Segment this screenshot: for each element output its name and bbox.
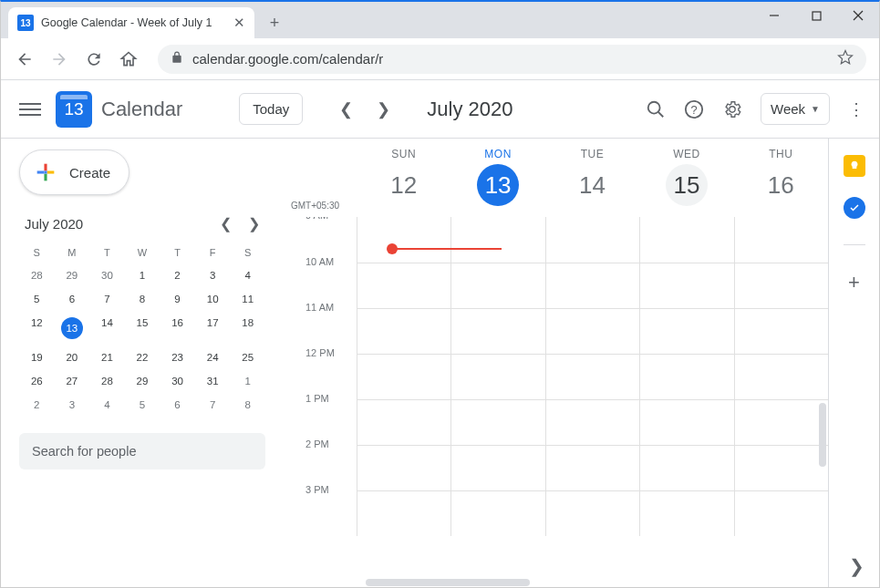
lock-icon (171, 51, 183, 67)
mini-cal-day[interactable]: 29 (125, 369, 160, 393)
mini-cal-day[interactable]: 12 (19, 311, 55, 346)
tab-close-icon[interactable]: ✕ (233, 15, 245, 31)
mini-cal-day[interactable]: 10 (195, 287, 231, 311)
mini-cal-day[interactable]: 18 (230, 311, 265, 346)
mini-cal-day[interactable]: 4 (89, 393, 125, 417)
mini-cal-day[interactable]: 8 (125, 287, 160, 311)
add-addon-button[interactable]: + (848, 271, 860, 294)
svg-text:?: ? (690, 102, 697, 116)
mini-cal-dow: W (125, 242, 160, 263)
day-of-week-label: TUE (545, 148, 639, 160)
mini-cal-day[interactable]: 22 (125, 346, 160, 369)
vertical-scrollbar[interactable] (819, 403, 826, 467)
day-number: 13 (477, 164, 519, 206)
mini-cal-day[interactable]: 3 (55, 393, 90, 417)
mini-cal-dow: M (55, 242, 90, 263)
mini-cal-day[interactable]: 7 (89, 287, 125, 311)
mini-cal-day[interactable]: 7 (195, 393, 231, 417)
hour-row[interactable]: 11 AM (357, 308, 828, 354)
forward-button[interactable] (48, 48, 70, 70)
view-switcher[interactable]: Week ▼ (761, 93, 830, 125)
day-header[interactable]: THU16 (734, 139, 828, 221)
mini-cal-day[interactable]: 31 (195, 369, 231, 393)
mini-cal-day[interactable]: 3 (195, 263, 231, 287)
mini-cal-dow: S (19, 242, 55, 263)
day-header[interactable]: SUN12 (357, 139, 450, 221)
back-button[interactable] (14, 48, 36, 70)
window-maximize-button[interactable] (795, 2, 837, 29)
hour-row[interactable]: 2 PM (357, 445, 828, 490)
hour-label: 10 AM (305, 256, 334, 267)
tasks-icon[interactable] (844, 197, 865, 219)
mini-cal-day[interactable]: 30 (89, 263, 125, 287)
mini-cal-day[interactable]: 20 (55, 346, 90, 369)
side-panel-toggle[interactable]: ❯ (849, 555, 864, 577)
hour-row[interactable]: 12 PM (357, 354, 828, 399)
mini-cal-day[interactable]: 25 (230, 346, 265, 369)
mini-cal-day[interactable]: 2 (160, 263, 195, 287)
mini-cal-day[interactable]: 29 (55, 263, 90, 287)
day-number: 16 (760, 164, 802, 206)
app-logo[interactable]: 13 Calendar (56, 91, 182, 128)
prev-period-button[interactable]: ❮ (336, 96, 357, 123)
create-button[interactable]: Create (19, 150, 129, 195)
today-button[interactable]: Today (239, 93, 303, 125)
reload-button[interactable] (83, 48, 105, 70)
mini-cal-day[interactable]: 21 (89, 346, 125, 369)
mini-cal-day[interactable]: 6 (55, 287, 90, 311)
side-panel-divider (844, 244, 865, 245)
next-period-button[interactable]: ❯ (373, 96, 394, 123)
mini-cal-day[interactable]: 24 (195, 346, 231, 369)
google-apps-button[interactable]: ⋮ (848, 99, 864, 119)
mini-cal-day[interactable]: 30 (160, 369, 195, 393)
hour-row[interactable]: 1 PM (357, 399, 828, 445)
hour-row[interactable]: 3 PM (357, 490, 828, 536)
side-panel: + ❯ (828, 139, 879, 588)
browser-tab[interactable]: 13 Google Calendar - Week of July 1 ✕ (8, 7, 254, 38)
horizontal-scrollbar[interactable] (366, 579, 530, 586)
window-minimize-button[interactable] (753, 2, 795, 29)
dropdown-caret-icon: ▼ (811, 104, 820, 114)
mini-cal-day[interactable]: 27 (55, 369, 90, 393)
mini-cal-day[interactable]: 5 (125, 393, 160, 417)
search-people-input[interactable]: Search for people (19, 433, 265, 469)
mini-cal-day[interactable]: 8 (230, 393, 265, 417)
mini-cal-day[interactable]: 5 (19, 287, 55, 311)
hour-row[interactable]: 9 AM (357, 217, 828, 263)
mini-cal-day[interactable]: 9 (160, 287, 195, 311)
keep-icon[interactable] (844, 155, 865, 177)
settings-button[interactable] (722, 99, 742, 119)
mini-cal-day[interactable]: 16 (160, 311, 195, 346)
mini-cal-day[interactable]: 1 (125, 263, 160, 287)
mini-cal-prev[interactable]: ❮ (220, 215, 232, 232)
mini-cal-day[interactable]: 13 (55, 311, 90, 346)
mini-cal-day[interactable]: 26 (19, 369, 55, 393)
mini-cal-day[interactable]: 1 (230, 369, 265, 393)
mini-cal-day[interactable]: 23 (160, 346, 195, 369)
day-header[interactable]: MON13 (450, 139, 544, 221)
mini-cal-day[interactable]: 14 (89, 311, 125, 346)
new-tab-button[interactable]: + (262, 10, 287, 36)
hour-label: 9 AM (305, 217, 328, 221)
mini-cal-day[interactable]: 28 (89, 369, 125, 393)
help-button[interactable]: ? (684, 99, 704, 119)
hour-row[interactable]: 10 AM (357, 263, 828, 308)
bookmark-star-icon[interactable] (837, 49, 854, 69)
mini-cal-day[interactable]: 2 (19, 393, 55, 417)
address-input[interactable]: calendar.google.com/calendar/r (158, 45, 866, 74)
main-menu-button[interactable] (19, 103, 41, 116)
mini-calendar: July 2020 ❮ ❯ SMTWTFS2829301234567891011… (19, 215, 265, 417)
home-button[interactable] (118, 48, 140, 70)
day-header[interactable]: WED15 (639, 139, 733, 221)
mini-cal-day[interactable]: 28 (19, 263, 55, 287)
mini-cal-day[interactable]: 4 (230, 263, 265, 287)
mini-cal-day[interactable]: 6 (160, 393, 195, 417)
search-button[interactable] (646, 99, 666, 119)
day-header[interactable]: TUE14 (545, 139, 639, 221)
window-close-button[interactable] (837, 2, 879, 29)
mini-cal-day[interactable]: 19 (19, 346, 55, 369)
mini-cal-day[interactable]: 17 (195, 311, 231, 346)
mini-cal-day[interactable]: 11 (230, 287, 265, 311)
mini-cal-next[interactable]: ❯ (248, 215, 260, 232)
mini-cal-day[interactable]: 15 (125, 311, 160, 346)
